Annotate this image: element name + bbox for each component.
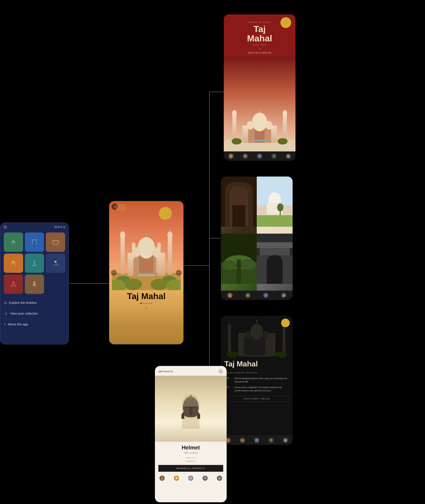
svg-rect-105 xyxy=(283,294,283,295)
open-timeline-button[interactable]: OPEN GLOBAL TIMELINE xyxy=(224,396,289,402)
grid-item-temple[interactable] xyxy=(4,254,23,273)
svg-point-138 xyxy=(161,477,163,478)
gallery-nav-grid[interactable] xyxy=(281,293,286,298)
artifacts-bottom-nav xyxy=(155,473,227,483)
artifacts-bookmark-nav-icon xyxy=(203,476,208,481)
grid-item-monument[interactable] xyxy=(25,254,44,273)
timeline-meta: 1632 CE to 1653 CE • Modern Era xyxy=(221,371,292,376)
timeline-bookmark-icon xyxy=(268,438,274,443)
gallery-avatar-icon xyxy=(227,293,232,298)
artifact-hero xyxy=(155,376,227,442)
svg-point-110 xyxy=(228,324,231,329)
artifact-carousel-dots xyxy=(155,456,227,459)
svg-rect-135 xyxy=(189,407,192,415)
svg-rect-140 xyxy=(176,477,177,479)
artifacts-avatar-icon xyxy=(159,476,165,481)
svg-rect-18 xyxy=(12,264,14,266)
phone-timeline: Taj Mahal 1632 CE to 1653 CE • Modern Er… xyxy=(221,316,292,445)
browse-artifacts-button[interactable]: BROWSE ALL ARTIFACTS xyxy=(158,465,223,472)
timeline-nav-bookmark[interactable] xyxy=(268,438,274,443)
svg-rect-75 xyxy=(287,155,288,156)
phone-detail-top: HEAVEN ON EARTH TajMahal AGRA, INDIA ✦ 1… xyxy=(224,14,295,161)
gallery-cell-3[interactable] xyxy=(221,234,257,291)
artifacts-nav-avatar[interactable] xyxy=(159,476,165,481)
nav-grid[interactable] xyxy=(286,154,291,159)
menu-item-about[interactable]: ℹ About this app xyxy=(0,320,69,329)
svg-rect-143 xyxy=(190,478,191,479)
colosseum-icon xyxy=(51,238,60,246)
svg-marker-19 xyxy=(34,260,35,261)
svg-point-23 xyxy=(54,261,57,263)
timeline-entry-1: 1631CE Built by Mughal Emperor Shah Jaha… xyxy=(221,376,292,385)
menu-item-collection-label: View your collection xyxy=(10,312,38,316)
artifact-dot-2 xyxy=(188,457,189,458)
close-button[interactable]: × xyxy=(3,225,7,229)
dot-1 xyxy=(140,303,142,304)
svg-point-50 xyxy=(125,279,142,290)
svg-point-67 xyxy=(278,138,288,145)
grid-item-colosseum[interactable] xyxy=(46,233,65,252)
artifacts-nav-artifact[interactable] xyxy=(174,476,179,481)
next-arrow[interactable]: › xyxy=(176,270,182,276)
svg-point-31 xyxy=(120,231,125,239)
artifacts-nav-grid[interactable] xyxy=(217,476,222,481)
left-arrow-icon: ‹ xyxy=(113,271,114,274)
gallery-cell-2[interactable] xyxy=(257,176,292,234)
nav-bookmark[interactable] xyxy=(271,154,277,159)
artifacts-nav-gallery[interactable] xyxy=(188,476,193,481)
gallery-cell-1[interactable] xyxy=(221,176,257,234)
artifacts-header-title: ARTIFACTS xyxy=(158,370,173,373)
svg-point-122 xyxy=(227,439,229,440)
gallery-nav-artifact[interactable] xyxy=(245,293,250,298)
element-label: ELEMENT xyxy=(155,459,227,463)
menu-item-timeline[interactable]: ⊞ Explore the timeline xyxy=(0,299,69,307)
svg-rect-70 xyxy=(245,155,246,157)
timeline-bottom-nav xyxy=(221,436,292,445)
timeline-divider xyxy=(224,370,289,370)
svg-rect-96 xyxy=(260,248,290,255)
svg-rect-145 xyxy=(218,477,219,478)
svg-point-34 xyxy=(167,231,173,239)
svg-rect-103 xyxy=(265,296,266,296)
timeline-nav-artifact[interactable] xyxy=(240,438,245,443)
timeline-icon: ⊞ xyxy=(4,301,7,304)
svg-rect-106 xyxy=(284,294,285,295)
svg-rect-97 xyxy=(257,242,292,248)
svg-point-92 xyxy=(240,259,256,270)
timeline-artifact-icon xyxy=(240,438,245,443)
search-icon: 🔍 xyxy=(219,370,222,373)
grid-item-statue[interactable] xyxy=(25,275,44,294)
moon-decoration xyxy=(280,17,291,28)
gallery-nav-avatar[interactable] xyxy=(227,293,232,298)
svg-rect-146 xyxy=(219,477,221,478)
svg-point-116 xyxy=(256,320,257,321)
nav-gallery[interactable] xyxy=(257,154,262,159)
grid-item-pyramid[interactable] xyxy=(4,233,23,252)
language-label[interactable]: 简体中文 xyxy=(54,225,66,229)
gallery-nav-gallery[interactable] xyxy=(263,293,268,298)
menu-divider-3 xyxy=(4,319,65,319)
artifacts-nav-bookmark[interactable] xyxy=(203,476,208,481)
svg-point-43 xyxy=(146,231,147,233)
timeline-moon xyxy=(281,319,290,327)
menu-item-about-label: About this app xyxy=(8,323,28,326)
nav-avatar[interactable] xyxy=(228,154,233,159)
grid-item-arch[interactable] xyxy=(25,233,44,252)
gallery-cell-4[interactable] xyxy=(257,234,292,291)
artifact-date: 18th century xyxy=(155,451,227,456)
svg-rect-10 xyxy=(11,243,15,245)
menu-item-collection[interactable]: 👤 View your collection xyxy=(0,309,69,318)
temple-icon xyxy=(9,259,18,268)
svg-rect-141 xyxy=(190,477,191,478)
prev-arrow[interactable]: ‹ xyxy=(111,270,117,276)
timeline-nav-gallery[interactable] xyxy=(254,438,259,443)
artifacts-search-button[interactable]: 🔍 xyxy=(218,369,223,374)
svg-point-45 xyxy=(152,247,160,257)
svg-rect-77 xyxy=(287,156,289,157)
nav-artifacts[interactable] xyxy=(243,154,248,159)
grid-item-night[interactable] xyxy=(46,254,65,273)
grid-item-mosque[interactable] xyxy=(4,275,23,294)
timeline-nav-grid[interactable] xyxy=(283,438,288,443)
svg-point-28 xyxy=(33,281,35,283)
svg-rect-129 xyxy=(284,439,285,440)
